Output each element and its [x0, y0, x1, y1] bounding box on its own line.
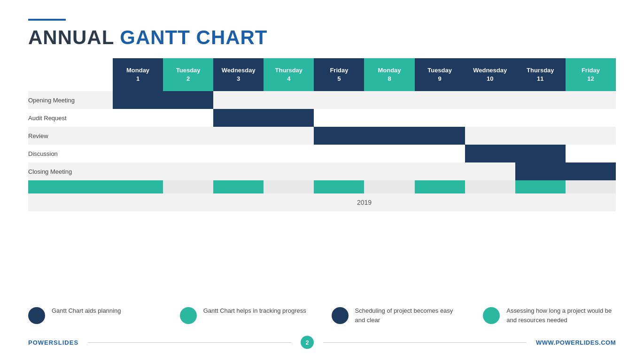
header-cell-friday12: Friday12 [566, 58, 616, 91]
cell [163, 145, 213, 162]
cell [515, 91, 566, 109]
gantt-wrapper: Opening Meeting Audit Request Review Dis… [28, 58, 616, 211]
cell [364, 91, 414, 109]
header-cell-monday1: Monday1 [113, 58, 163, 91]
cell [364, 145, 414, 162]
legend-text-0: Gantt Chart aids planning [52, 306, 121, 316]
chart-section: Opening Meeting Audit Request Review Dis… [28, 58, 616, 297]
footer-left-line [88, 342, 291, 343]
cell [465, 127, 515, 145]
cell [465, 91, 515, 109]
legend-dot-dark-2 [332, 307, 349, 324]
teal-seg-gap [566, 180, 616, 193]
cell [113, 145, 163, 162]
cell [163, 109, 213, 127]
cell [264, 145, 314, 162]
cell [566, 91, 616, 109]
cell [415, 162, 465, 180]
cell [314, 162, 364, 180]
header-row: Monday1Tuesday2Wednesday3Thursday4Friday… [113, 58, 616, 91]
legend-item-0: Gantt Chart aids planning [28, 306, 161, 324]
cell [415, 109, 465, 127]
footer-right-line [323, 342, 527, 343]
cell [566, 127, 616, 145]
legend-text-1: Gantt Chart helps in tracking progress [203, 306, 306, 316]
footer: POWERSLIDES 2 WWW.POWERLIDES.COM [28, 332, 616, 349]
legend-dot-teal-1 [180, 307, 197, 324]
header-cell-thursday11: Thursday11 [515, 58, 566, 91]
data-row-0 [113, 91, 616, 109]
data-row-2 [113, 127, 616, 145]
cell [113, 91, 163, 109]
teal-seg-gap [364, 180, 414, 193]
cell [465, 162, 515, 180]
cell [515, 145, 566, 162]
legend-item-2: Scheduling of project becomes easy and c… [332, 306, 465, 324]
cell [314, 109, 364, 127]
year-row: 2019 [113, 193, 616, 211]
footer-brand: POWERSLIDES [28, 339, 78, 346]
footer-url: WWW.POWERLIDES.COM [536, 339, 616, 346]
teal-bar-row [113, 180, 616, 193]
cell [113, 127, 163, 145]
cell [264, 127, 314, 145]
label-discussion: Discussion [28, 145, 113, 162]
legend-dot-teal-3 [483, 307, 500, 324]
label-audit-request: Audit Request [28, 109, 113, 127]
cell [515, 127, 566, 145]
year-label: 2019 [357, 199, 372, 206]
cell [213, 109, 264, 127]
cell [314, 145, 364, 162]
gantt-grid: Monday1Tuesday2Wednesday3Thursday4Friday… [113, 58, 616, 211]
cell [364, 127, 414, 145]
title-annual: ANNUAL [28, 26, 114, 48]
footer-page-number: 2 [301, 336, 314, 349]
teal-seg-gap [264, 180, 314, 193]
label-closing-meeting: Closing Meeting [28, 162, 113, 180]
legend-item-3: Assessing how long a project would be an… [483, 306, 616, 324]
teal-seg [515, 180, 566, 193]
legend-text-3: Assessing how long a project would be an… [506, 306, 616, 324]
cell [213, 162, 264, 180]
cell [113, 109, 163, 127]
cell [415, 127, 465, 145]
legend-section: Gantt Chart aids planning Gantt Chart he… [28, 306, 616, 324]
legend-text-2: Scheduling of project becomes easy and c… [355, 306, 465, 324]
cell [415, 91, 465, 109]
cell [566, 162, 616, 180]
cell [163, 91, 213, 109]
cell [415, 145, 465, 162]
cell [213, 127, 264, 145]
cell [264, 91, 314, 109]
title-section: ANNUAL GANTT CHART [28, 19, 616, 49]
cell [213, 145, 264, 162]
data-row-1 [113, 109, 616, 127]
teal-seg-gap [163, 180, 213, 193]
cell [314, 91, 364, 109]
data-row-3 [113, 145, 616, 162]
header-cell-wednesday10: Wednesday10 [465, 58, 515, 91]
cell [566, 145, 616, 162]
legend-item-1: Gantt Chart helps in tracking progress [180, 306, 313, 324]
slide-title: ANNUAL GANTT CHART [28, 26, 616, 49]
cell [163, 127, 213, 145]
cell [364, 109, 414, 127]
cell [264, 109, 314, 127]
header-cell-tuesday9: Tuesday9 [415, 58, 465, 91]
cell [566, 109, 616, 127]
cell [213, 91, 264, 109]
title-gantt: GANTT CHART [120, 26, 267, 48]
title-underline [28, 19, 66, 21]
header-cell-monday8: Monday8 [364, 58, 414, 91]
header-cell-thursday4: Thursday4 [264, 58, 314, 91]
cell [163, 162, 213, 180]
teal-seg-gap [465, 180, 515, 193]
header-cell-wednesday3: Wednesday3 [213, 58, 264, 91]
header-cell-friday5: Friday5 [314, 58, 364, 91]
cell [465, 145, 515, 162]
cell [515, 162, 566, 180]
data-row-4 [113, 162, 616, 180]
cell [264, 162, 314, 180]
label-opening-meeting: Opening Meeting [28, 91, 113, 109]
teal-seg [314, 180, 364, 193]
